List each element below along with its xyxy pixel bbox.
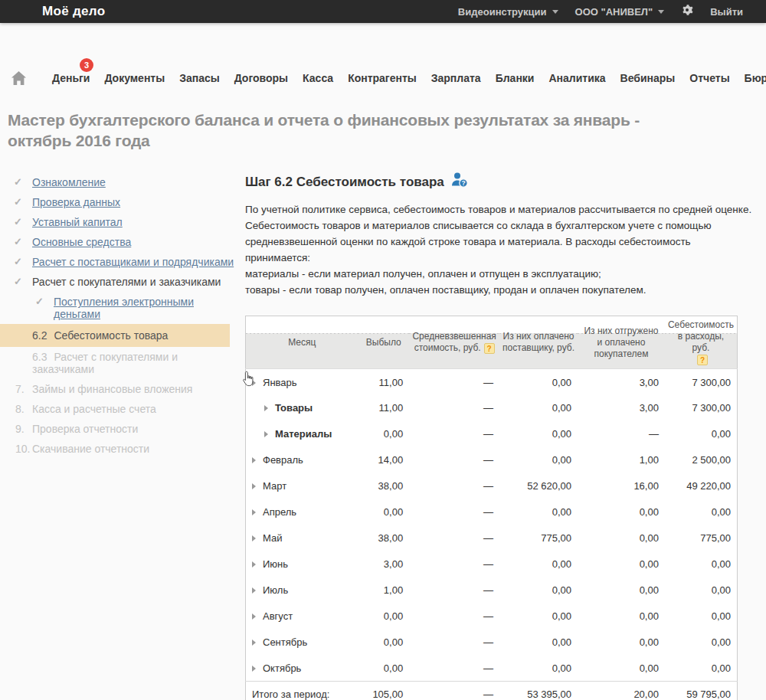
sidebar-step-link[interactable]: Ознакомление xyxy=(32,176,106,188)
expand-row-cell[interactable]: Март xyxy=(246,473,358,499)
sidebar-step-label: Себестоимость товара xyxy=(54,329,168,342)
nav-item-forms[interactable]: Бланки xyxy=(496,72,535,84)
sidebar-step-emoney: ✓ Поступления электронными деньгами xyxy=(0,292,245,324)
sidebar-step-label: Займы и финансовые вложения xyxy=(32,383,192,395)
step-number: 6.2 xyxy=(32,329,47,342)
topbar: Моё дело Видеоинструкции ООО "АНИВЕЛ" Вы… xyxy=(0,0,766,23)
expand-row-cell[interactable]: Октябрь xyxy=(246,656,358,682)
check-icon: ✓ xyxy=(14,196,22,208)
sidebar-step-link[interactable]: Уставный капитал xyxy=(32,216,123,228)
expand-row-cell[interactable]: Август xyxy=(246,604,358,630)
col-header-paid-to-supplier: Из них оплачено поставщику, руб. xyxy=(499,316,578,369)
expand-triangle-icon xyxy=(252,639,256,646)
table-row-may: Май 38,00—775,000,00775,00 xyxy=(246,525,738,551)
table-row-total: Итого за период: 105,00—53 395,0020,0059… xyxy=(246,682,738,700)
sidebar-step-link[interactable]: Поступления электронными деньгами xyxy=(54,296,194,320)
nav-item-analytics[interactable]: Аналитика xyxy=(548,72,605,84)
table-row-february: Февраль 14,00—0,001,002 500,00 xyxy=(246,447,738,473)
expand-row-cell[interactable]: Апрель xyxy=(246,499,358,525)
nav-item-webinars[interactable]: Вебинары xyxy=(620,72,676,84)
gear-icon xyxy=(681,4,693,19)
expand-triangle-icon xyxy=(252,483,256,489)
sidebar-step-fixed-assets: ✓ Основные средства xyxy=(0,232,245,252)
help-icon[interactable]: ? xyxy=(484,343,495,354)
expand-triangle-icon xyxy=(264,405,268,411)
step-number: 7. xyxy=(15,383,25,395)
main-nav: Деньги 3 Документы Запасы Договоры Касса… xyxy=(0,23,766,96)
logout-label: Выйти xyxy=(710,6,743,18)
expand-row-cell[interactable]: Июль xyxy=(246,577,358,604)
sidebar-step-label: Расчет с покупателями и заказчиками xyxy=(32,351,178,375)
settings-gear-button[interactable] xyxy=(681,4,693,19)
nav-item-cashdesk[interactable]: Касса xyxy=(303,72,333,84)
expand-row-cell[interactable]: Февраль xyxy=(246,447,358,473)
sidebar-step-label: Касса и расчетные счета xyxy=(32,403,156,415)
table-row-october: Октябрь 0,00—0,000,000,00 xyxy=(246,656,738,682)
step-number: 8. xyxy=(15,403,25,415)
expand-row-cell[interactable]: Сентябрь xyxy=(246,630,358,656)
nav-item-salary[interactable]: Зарплата xyxy=(431,72,481,84)
company-name: ООО "АНИВЕЛ" xyxy=(575,6,653,18)
company-menu[interactable]: ООО "АНИВЕЛ" xyxy=(575,6,665,18)
sidebar-step-label: Расчет с покупателями и заказчиками xyxy=(32,276,221,288)
sidebar-step-capital: ✓ Уставный капитал xyxy=(0,212,245,232)
check-icon: ✓ xyxy=(35,296,44,308)
sidebar-step-download: 10.Скачивание отчетности xyxy=(0,439,245,459)
nav-item-bureau[interactable]: Бюро xyxy=(745,72,766,84)
description-paragraph: По учетной политике сервиса, себестоимос… xyxy=(245,201,755,266)
expand-triangle-icon xyxy=(252,561,256,568)
expand-row-cell[interactable]: Материалы xyxy=(246,421,358,447)
sidebar-step-customers: ✓ Расчет с покупателями и заказчиками xyxy=(0,272,245,292)
table-row-september: Сентябрь 0,00—0,000,000,00 xyxy=(246,630,738,656)
video-instructions-label: Видеоинструкции xyxy=(458,6,547,18)
table-row-july: Июль 1,00—0,000,000,00 xyxy=(246,577,738,604)
sidebar-step-link[interactable]: Проверка данных xyxy=(32,196,120,208)
cost-of-goods-table: Месяц Выбыло Средневзвешенная стоимость,… xyxy=(245,316,738,700)
chevron-down-icon xyxy=(658,10,664,14)
step-number: 6.3 xyxy=(32,351,47,363)
table-row-april: Апрель 0,00—0,000,000,00 xyxy=(246,499,738,525)
expand-row-cell[interactable]: Товары xyxy=(246,395,358,421)
col-header-month: Месяц xyxy=(246,316,358,369)
notification-badge: 3 xyxy=(80,58,93,72)
sidebar-step-link[interactable]: Расчет с поставщиками и подрядчиками xyxy=(32,256,234,268)
expand-triangle-icon xyxy=(252,666,256,672)
expand-row-cell[interactable]: Июнь xyxy=(246,551,358,577)
consultant-help-icon[interactable]: ? xyxy=(450,172,469,191)
nav-item-stock[interactable]: Запасы xyxy=(179,72,220,84)
expand-triangle-icon xyxy=(264,431,268,437)
sidebar-step-intro: ✓ Ознакомление xyxy=(0,172,245,192)
table-row-august: Август 0,00—0,000,000,00 xyxy=(246,604,738,630)
step-description: По учетной политике сервиса, себестоимос… xyxy=(245,201,755,298)
chevron-down-icon xyxy=(552,10,558,14)
nav-item-counterparties[interactable]: Контрагенты xyxy=(348,72,417,84)
wizard-steps-sidebar: ✓ Ознакомление ✓ Проверка данных ✓ Устав… xyxy=(0,163,245,459)
table-row-january: Январь 11,00—0,003,007 300,00 xyxy=(246,369,738,395)
nav-item-money[interactable]: Деньги 3 xyxy=(52,72,90,84)
nav-item-documents[interactable]: Документы xyxy=(104,72,165,84)
nav-item-contracts[interactable]: Договоры xyxy=(234,72,288,84)
sidebar-step-link[interactable]: Основные средства xyxy=(32,236,131,248)
expand-triangle-icon xyxy=(252,587,256,594)
sidebar-step-cost-of-goods-active[interactable]: 6.2Себестоимость товара xyxy=(0,324,230,347)
page-title: Мастер бухгалтерского баланса и отчета о… xyxy=(8,110,689,151)
check-icon: ✓ xyxy=(14,176,22,188)
table-row-june: Июнь 3,00—0,000,000,00 xyxy=(246,551,738,577)
svg-text:?: ? xyxy=(461,179,465,187)
step-title-row: Шаг 6.2 Себестоимость товара ? xyxy=(245,172,766,191)
home-button[interactable] xyxy=(11,70,27,86)
sidebar-step-suppliers: ✓ Расчет с поставщиками и подрядчиками xyxy=(0,252,245,272)
expand-triangle-icon xyxy=(252,457,256,463)
expand-triangle-icon xyxy=(252,380,256,386)
expand-row-cell[interactable]: Май xyxy=(246,525,358,551)
app-logo: Моё дело xyxy=(42,4,105,19)
sidebar-step-loans: 7.Займы и финансовые вложения xyxy=(0,379,245,399)
sidebar-step-customers-63: 6.3Расчет с покупателями и заказчиками xyxy=(0,347,245,379)
nav-item-reports[interactable]: Отчеты xyxy=(689,72,729,84)
help-icon[interactable]: ? xyxy=(697,355,708,365)
expand-row-cell[interactable]: Январь xyxy=(246,369,358,395)
video-instructions-menu[interactable]: Видеоинструкции xyxy=(458,6,558,18)
col-header-shipped-paid: Из них отгружено и оплачено покупателем xyxy=(578,316,665,369)
logout-link[interactable]: Выйти xyxy=(710,6,743,18)
total-label-cell: Итого за период: xyxy=(246,682,358,700)
